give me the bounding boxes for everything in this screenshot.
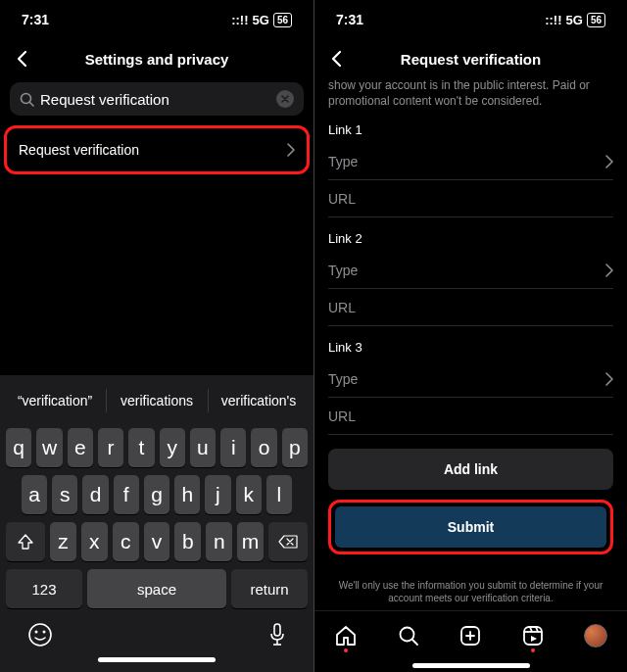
- phone-right: 7:31 ::!! 5G 56 Request verification sho…: [314, 0, 627, 672]
- keyboard: “verification” verifications verificatio…: [0, 375, 314, 672]
- keyboard-row-2: asdfghjkl: [6, 475, 308, 514]
- key-o[interactable]: o: [251, 428, 276, 467]
- space-key[interactable]: space: [87, 569, 226, 608]
- key-i[interactable]: i: [220, 428, 246, 467]
- key-c[interactable]: c: [113, 522, 139, 561]
- chevron-right-icon: [605, 155, 613, 168]
- key-u[interactable]: u: [190, 428, 216, 467]
- chevron-right-icon: [605, 372, 613, 386]
- key-m[interactable]: m: [237, 522, 264, 561]
- link-heading: Link 2: [328, 231, 613, 246]
- status-bar: 7:31 ::!! 5G 56: [314, 0, 627, 39]
- field-label: Type: [328, 263, 358, 278]
- link-type-field[interactable]: Type: [328, 252, 613, 289]
- tab-bar: [314, 610, 627, 659]
- tab-profile[interactable]: [583, 623, 608, 648]
- nav-header: Settings and privacy: [0, 39, 314, 78]
- keyboard-row-4: 123 space return: [6, 569, 308, 608]
- key-j[interactable]: j: [205, 475, 230, 514]
- suggestion[interactable]: verifications: [106, 381, 208, 420]
- link-url-field[interactable]: URL: [328, 289, 613, 326]
- key-t[interactable]: t: [128, 428, 154, 467]
- key-s[interactable]: s: [52, 475, 77, 514]
- disclaimer-text: We'll only use the information you submi…: [314, 579, 627, 610]
- backspace-icon: [278, 535, 298, 549]
- dictation-key[interactable]: [268, 622, 286, 648]
- key-b[interactable]: b: [174, 522, 201, 561]
- page-title: Request verification: [401, 51, 541, 68]
- svg-line-1: [30, 102, 34, 106]
- nav-header: Request verification: [314, 39, 627, 78]
- shift-key[interactable]: [6, 522, 45, 561]
- key-h[interactable]: h: [174, 475, 200, 514]
- status-signal: ::!!: [231, 13, 248, 27]
- back-button[interactable]: [10, 47, 33, 71]
- svg-point-4: [43, 631, 46, 634]
- add-link-button[interactable]: Add link: [328, 449, 613, 490]
- link-heading: Link 3: [328, 340, 613, 355]
- close-icon: [281, 95, 289, 103]
- key-y[interactable]: y: [160, 428, 185, 467]
- reels-icon: [521, 624, 545, 648]
- numbers-key[interactable]: 123: [6, 569, 82, 608]
- key-l[interactable]: l: [266, 475, 292, 514]
- search-result-request-verification[interactable]: Request verification: [4, 125, 310, 174]
- field-label: URL: [328, 408, 356, 424]
- key-v[interactable]: v: [144, 522, 170, 561]
- search-field[interactable]: [10, 82, 304, 116]
- chevron-right-icon: [605, 264, 613, 277]
- search-icon: [397, 624, 420, 648]
- back-button[interactable]: [324, 47, 348, 71]
- key-f[interactable]: f: [114, 475, 139, 514]
- key-a[interactable]: a: [22, 475, 47, 514]
- suggestion[interactable]: verification's: [208, 381, 310, 420]
- key-g[interactable]: g: [144, 475, 169, 514]
- key-x[interactable]: x: [81, 522, 108, 561]
- link-type-field[interactable]: Type: [328, 143, 613, 180]
- tab-home[interactable]: [333, 623, 359, 648]
- svg-point-2: [29, 624, 51, 646]
- mic-icon: [268, 622, 286, 648]
- field-label: URL: [328, 300, 356, 315]
- emoji-icon: [27, 622, 53, 648]
- key-n[interactable]: n: [206, 522, 232, 561]
- notification-dot: [344, 648, 348, 652]
- key-d[interactable]: d: [82, 475, 108, 514]
- search-icon: [20, 92, 34, 107]
- key-r[interactable]: r: [98, 428, 123, 467]
- emoji-key[interactable]: [27, 622, 53, 648]
- suggestion[interactable]: “verification”: [4, 381, 106, 420]
- status-battery: 56: [587, 13, 605, 27]
- link-url-field[interactable]: URL: [328, 180, 613, 217]
- submit-button[interactable]: Submit: [335, 506, 606, 548]
- status-network: 5G: [253, 13, 269, 27]
- plus-square-icon: [458, 624, 482, 648]
- status-time: 7:31: [336, 12, 363, 27]
- help-text: show your account is in the public inter…: [328, 78, 613, 109]
- return-key[interactable]: return: [231, 569, 308, 608]
- link-heading: Link 1: [328, 122, 613, 137]
- search-input[interactable]: [40, 91, 270, 108]
- key-e[interactable]: e: [68, 428, 93, 467]
- key-q[interactable]: q: [6, 428, 31, 467]
- key-w[interactable]: w: [36, 428, 62, 467]
- key-z[interactable]: z: [50, 522, 76, 561]
- field-label: Type: [328, 371, 358, 387]
- chevron-right-icon: [287, 143, 295, 157]
- field-label: URL: [328, 191, 356, 207]
- link-url-field[interactable]: URL: [328, 398, 613, 435]
- backspace-key[interactable]: [268, 522, 308, 561]
- submit-highlight: Submit: [328, 500, 613, 554]
- key-k[interactable]: k: [236, 475, 262, 514]
- tab-search[interactable]: [396, 623, 421, 648]
- clear-search-button[interactable]: [276, 90, 294, 108]
- tab-create[interactable]: [458, 623, 483, 648]
- link-type-field[interactable]: Type: [328, 360, 613, 398]
- home-indicator[interactable]: [412, 663, 530, 668]
- key-p[interactable]: p: [282, 428, 308, 467]
- keyboard-row-3: zxcvbnm: [6, 522, 308, 561]
- home-indicator[interactable]: [98, 657, 216, 662]
- tab-reels[interactable]: [520, 623, 546, 648]
- notification-dot: [531, 648, 535, 652]
- svg-line-9: [412, 640, 417, 645]
